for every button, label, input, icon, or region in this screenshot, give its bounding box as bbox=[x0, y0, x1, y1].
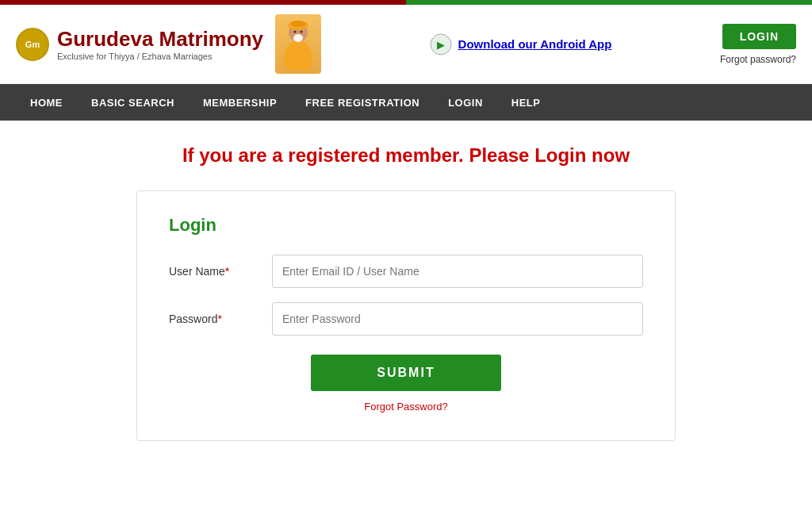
username-label: User Name* bbox=[169, 265, 272, 278]
forgot-password-link[interactable]: Forgot Password? bbox=[364, 401, 448, 412]
nav-item-help[interactable]: HELP bbox=[497, 84, 555, 121]
svg-point-6 bbox=[301, 31, 303, 33]
svg-point-0 bbox=[284, 40, 312, 70]
header-right-actions: LOGIN Forgot password? bbox=[720, 24, 796, 65]
login-heading: Login bbox=[169, 215, 643, 236]
android-icon: ▶ bbox=[430, 33, 452, 56]
nav-item-basic-search[interactable]: BASIC SEARCH bbox=[77, 84, 189, 121]
submit-row: SUBMIT Forgot Password? bbox=[169, 355, 643, 412]
android-link-text[interactable]: Download our Android App bbox=[458, 37, 612, 51]
registered-member-title: If you are a registered member. Please L… bbox=[182, 144, 630, 167]
svg-point-4 bbox=[293, 34, 303, 42]
svg-point-5 bbox=[294, 31, 297, 33]
navbar: HOME BASIC SEARCH MEMBERSHIP FREE REGIST… bbox=[0, 84, 812, 121]
password-row: Password* bbox=[169, 302, 643, 336]
main-content: If you are a registered member. Please L… bbox=[0, 121, 812, 465]
nav-item-membership[interactable]: MEMBERSHIP bbox=[189, 84, 291, 121]
header: Gm Gurudeva Matrimony Exclusive for Thiy… bbox=[0, 5, 812, 84]
login-form-container: Login User Name* Password* SUBMIT Forgot… bbox=[136, 190, 676, 441]
svg-text:▶: ▶ bbox=[437, 39, 445, 51]
guru-image bbox=[275, 14, 321, 74]
submit-button[interactable]: SUBMIT bbox=[311, 355, 501, 391]
password-input[interactable] bbox=[272, 302, 643, 336]
logo-circle: Gm bbox=[16, 28, 49, 61]
username-input[interactable] bbox=[272, 255, 643, 288]
password-label: Password* bbox=[169, 313, 272, 325]
nav-item-free-registration[interactable]: FREE REGISTRATION bbox=[291, 84, 434, 121]
android-download-link[interactable]: ▶ Download our Android App bbox=[430, 33, 612, 56]
nav-item-login[interactable]: LOGIN bbox=[434, 84, 497, 121]
logo-text: Gurudeva Matrimony Exclusive for Thiyya … bbox=[57, 27, 263, 61]
svg-point-3 bbox=[290, 21, 306, 27]
logo-subtitle: Exclusive for Thiyya / Ezhava Marriages bbox=[57, 52, 263, 61]
header-forgot-password-link[interactable]: Forgot password? bbox=[720, 54, 796, 65]
logo-title: Gurudeva Matrimony bbox=[57, 27, 263, 52]
header-login-button[interactable]: LOGIN bbox=[722, 24, 796, 49]
header-logo-area: Gm Gurudeva Matrimony Exclusive for Thiy… bbox=[16, 14, 321, 74]
nav-item-home[interactable]: HOME bbox=[16, 84, 77, 121]
username-row: User Name* bbox=[169, 255, 643, 288]
